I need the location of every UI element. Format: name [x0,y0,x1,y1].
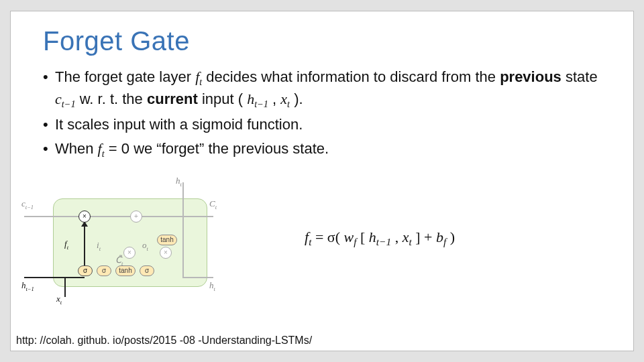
label-ot: ot [142,240,148,252]
label-ct: Ct [209,198,217,210]
t: w [344,229,354,245]
t: t−1 [254,99,268,109]
t: t−1 [26,285,34,292]
t: t [60,298,62,305]
text: ). [294,90,303,107]
t: t−1 [25,203,34,210]
t: x [402,229,409,245]
label-c-tilde: C̃t [115,255,123,267]
tanh-output: tanh [157,235,177,245]
word-current: current [147,90,198,107]
text: w. r. t. the [80,90,147,107]
text: input ( [202,90,243,107]
t: t−1 [62,99,76,109]
multiply-forget-op: × [78,210,91,223]
symbol-ht1: ht−1 [247,90,268,107]
text: The forget gate layer [55,68,195,85]
symbol-ft: ft [195,68,202,85]
t: h [369,229,376,245]
t: t [99,245,101,251]
text: When [55,140,98,157]
t: t [215,203,217,210]
t: f [354,236,356,247]
bullet-1: The forget gate layer ft decides what in… [43,67,601,111]
label-ft: ft [64,239,68,251]
t: t [121,259,123,266]
input-line [24,277,85,278]
slide-title: Forget Gate [43,26,601,56]
t: t−1 [376,236,391,247]
t: , [395,229,402,245]
t: x [280,90,287,107]
t: t [102,148,105,159]
symbol-ct1: ct−1 [55,90,76,107]
lstm-diagram: × + × × σ σ tanh σ tanh ct−1 Ct ht−1 ht … [16,180,217,297]
t: f [443,236,446,247]
t: ] + [415,229,436,245]
multiply-output-op: × [160,247,172,259]
label-xt: xt [56,294,62,306]
t: t [309,236,311,247]
text: = 0 we “forget” the previous state. [109,140,329,157]
add-op: + [130,210,142,223]
t: b [436,229,443,245]
symbol-ft2: ft [98,140,105,157]
label-ct-1: ct−1 [21,198,34,210]
forget-gate-equation: ft = σ( wf [ ht−1 , xt ] + bf ) [305,229,455,248]
xt-line [64,277,66,297]
h-out-line [182,277,213,278]
label-it: it [97,240,101,252]
multiply-input-op: × [123,247,136,259]
cell-state-line [24,216,213,217]
bullet-list: The forget gate layer ft decides what in… [43,67,601,161]
t: t [409,236,411,247]
source-link: http: //colah. github. io/posts/2015 -08… [16,335,312,347]
t: = σ( [315,229,340,245]
t: t [214,285,215,292]
t: t [180,180,182,187]
sigmoid-forget: σ [78,265,93,276]
t: t [67,243,68,250]
label-ht-top: ht [176,176,182,188]
t: [ [360,229,365,245]
label-ht-1: ht−1 [21,280,34,292]
word-previous: previous [500,68,561,85]
t: t [287,99,290,109]
t: h [247,90,254,107]
t: C [209,198,215,208]
t: c [55,90,62,107]
label-ht: ht [209,280,215,292]
t: ) [450,229,455,245]
symbol-xt: xt [280,90,290,107]
text: , [272,90,280,107]
sigmoid-input: σ [97,265,111,276]
content-row: × + × × σ σ tanh σ tanh ct−1 Ct ht−1 ht … [43,180,601,297]
t: C̃ [115,255,121,265]
text: state [566,68,598,85]
bullet-3: When ft = 0 we “forget” the previous sta… [43,139,601,161]
slide: Forget Gate The forget gate layer ft dec… [10,11,634,351]
text: decides what information to discard from… [206,68,500,85]
tanh-input: tanh [115,265,136,276]
bullet-2: It scales input with a sigmoid function. [43,115,601,135]
t: t [147,245,148,251]
t: t [199,76,202,87]
sigmoid-output: σ [140,265,154,276]
h-up-line [182,182,184,278]
